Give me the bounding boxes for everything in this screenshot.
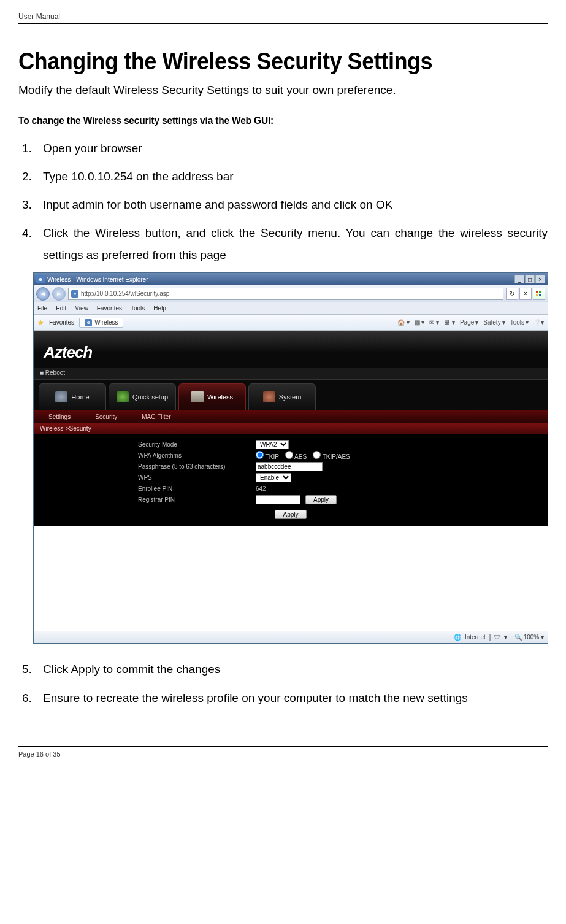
tab-wireless[interactable]: Wireless xyxy=(178,383,246,410)
home-icon xyxy=(55,391,67,402)
home-tool-icon[interactable]: 🏠 ▾ xyxy=(397,319,410,326)
subtab-macfilter[interactable]: MAC Filter xyxy=(142,414,170,420)
subtab-bar: Settings Security MAC Filter xyxy=(34,410,548,423)
svg-rect-1 xyxy=(539,291,541,293)
tab-title: Wireless xyxy=(94,319,118,326)
menu-edit[interactable]: Edit xyxy=(56,305,66,312)
divider-bottom xyxy=(18,746,548,747)
step-6-text: Ensure to recreate the wireless profile … xyxy=(43,691,468,704)
menu-favorites[interactable]: Favorites xyxy=(97,305,122,312)
system-icon xyxy=(263,391,275,402)
step-4-text: Click the Wireless button, and click the… xyxy=(43,226,548,261)
feed-tool-icon[interactable]: ▦ ▾ xyxy=(415,319,425,326)
close-button[interactable]: × xyxy=(535,275,545,283)
menu-tools[interactable]: Tools xyxy=(131,305,145,312)
address-bar[interactable]: e http://10.0.10.254/wlSecurity.asp xyxy=(68,288,503,300)
step-5-text: Click Apply to commit the changes xyxy=(43,663,220,676)
security-form: Security Mode WPA2 WPA Algorithms TKIP A… xyxy=(34,434,548,526)
radio-tkipaes[interactable]: TKIP/AES xyxy=(313,451,350,460)
subheading: To change the Wireless security settings… xyxy=(18,115,532,126)
reboot-label: Reboot xyxy=(45,369,65,376)
registrar-label: Registrar PIN xyxy=(138,496,248,503)
tools-tool[interactable]: Tools ▾ xyxy=(510,319,529,326)
registrar-input[interactable] xyxy=(256,495,300,504)
search-provider-icon[interactable] xyxy=(533,288,545,300)
refresh-button[interactable]: ↻ xyxy=(506,288,518,300)
svg-rect-0 xyxy=(536,291,538,293)
intro-text: Modify the default Wireless Security Set… xyxy=(18,83,548,97)
step-4: 4.Click the Wireless button, and click t… xyxy=(43,222,548,266)
passphrase-label: Passphrase (8 to 63 characters) xyxy=(138,463,248,470)
back-button[interactable]: ◄ xyxy=(36,287,50,301)
page-favicon-icon: e xyxy=(71,290,78,298)
internet-zone: Internet xyxy=(465,634,486,641)
protected-mode-icon: 🛡 xyxy=(494,634,500,641)
step-5: 5.Click Apply to commit the changes xyxy=(43,658,548,680)
doc-header: User Manual xyxy=(18,12,548,21)
ie-statusbar: 🌐 Internet | 🛡 ▾ | 🔍 100% ▾ xyxy=(34,631,548,643)
favorites-label[interactable]: Favorites xyxy=(49,319,74,326)
blank-area xyxy=(34,526,548,631)
page-tool[interactable]: Page ▾ xyxy=(460,319,478,326)
registrar-apply-button[interactable]: Apply xyxy=(305,495,337,504)
wps-select[interactable]: Enable xyxy=(256,473,291,482)
ie-titlebar: e Wireless - Windows Internet Explorer _… xyxy=(34,273,548,285)
tab-quicksetup[interactable]: Quick setup xyxy=(109,383,176,410)
address-text: http://10.0.10.254/wlSecurity.asp xyxy=(81,290,169,297)
ie-menubar: File Edit View Favorites Tools Help xyxy=(34,302,548,315)
quicksetup-icon xyxy=(117,391,129,402)
svg-rect-2 xyxy=(536,294,538,296)
mail-tool-icon[interactable]: ✉ ▾ xyxy=(429,319,439,326)
reboot-bar[interactable]: ■ Reboot xyxy=(34,368,548,380)
min-button[interactable]: _ xyxy=(514,275,524,283)
svg-rect-3 xyxy=(539,294,541,296)
wps-label: WPS xyxy=(138,474,248,481)
brand-logo: Aztech xyxy=(44,343,92,362)
help-tool-icon[interactable]: ❔▾ xyxy=(533,319,544,326)
radio-aes[interactable]: AES xyxy=(285,451,307,460)
ie-favbar: ★ Favorites e Wireless 🏠 ▾ ▦ ▾ ✉ ▾ 🖶 ▾ P… xyxy=(34,315,548,331)
favorites-star-icon[interactable]: ★ xyxy=(37,318,44,327)
menu-help[interactable]: Help xyxy=(153,305,166,312)
enrollee-value: 642 xyxy=(256,485,266,492)
radio-tkip[interactable]: TKIP xyxy=(256,451,279,460)
step-3-text: Input admin for both username and passwo… xyxy=(43,198,392,211)
step-3: 3.Input admin for both username and pass… xyxy=(43,194,548,216)
zoom-control[interactable]: 🔍 100% ▾ xyxy=(514,634,544,641)
window-title: Wireless - Windows Internet Explorer xyxy=(47,276,148,283)
step-1-text: Open your browser xyxy=(43,142,142,155)
tab-favicon-icon: e xyxy=(85,319,92,326)
tab-home[interactable]: Home xyxy=(39,383,106,410)
step-2: 2.Type 10.0.10.254 on the address bar xyxy=(43,166,548,188)
safety-tool[interactable]: Safety ▾ xyxy=(483,319,505,326)
step-2-text: Type 10.0.10.254 on the address bar xyxy=(43,170,234,183)
enrollee-label: Enrollee PIN xyxy=(138,485,248,492)
secmode-select[interactable]: WPA2 xyxy=(256,440,289,449)
page-tab[interactable]: e Wireless xyxy=(79,318,123,328)
menu-file[interactable]: File xyxy=(37,305,47,312)
secmode-label: Security Mode xyxy=(138,441,248,448)
breadcrumb: Wireless->Security xyxy=(34,423,548,434)
stop-button[interactable]: × xyxy=(519,288,532,300)
subtab-security[interactable]: Security xyxy=(95,414,117,420)
page-footer: Page 16 of 35 xyxy=(18,750,548,758)
passphrase-input[interactable] xyxy=(256,462,323,471)
forward-button[interactable]: ► xyxy=(52,287,66,301)
print-tool-icon[interactable]: 🖶 ▾ xyxy=(444,319,455,326)
wireless-icon xyxy=(191,391,204,402)
menu-view[interactable]: View xyxy=(75,305,88,312)
page-title: Changing the Wireless Security Settings xyxy=(18,48,521,75)
router-page: Aztech ■ Reboot Home Quick setup Wireles… xyxy=(34,331,548,631)
tab-system[interactable]: System xyxy=(248,383,316,410)
step-1: 1.Open your browser xyxy=(43,137,548,160)
ie-navbar: ◄ ► e http://10.0.10.254/wlSecurity.asp … xyxy=(34,285,548,302)
ie-icon: e xyxy=(36,275,45,283)
screenshot-embed: e Wireless - Windows Internet Explorer _… xyxy=(33,272,548,644)
internet-zone-icon: 🌐 xyxy=(454,634,461,641)
max-button[interactable]: □ xyxy=(525,275,535,283)
divider-top xyxy=(18,23,548,24)
subtab-settings[interactable]: Settings xyxy=(48,414,71,420)
apply-button[interactable]: Apply xyxy=(275,510,306,519)
wpaalg-label: WPA Algorithms xyxy=(138,452,248,459)
step-6: 6.Ensure to recreate the wireless profil… xyxy=(43,687,548,709)
